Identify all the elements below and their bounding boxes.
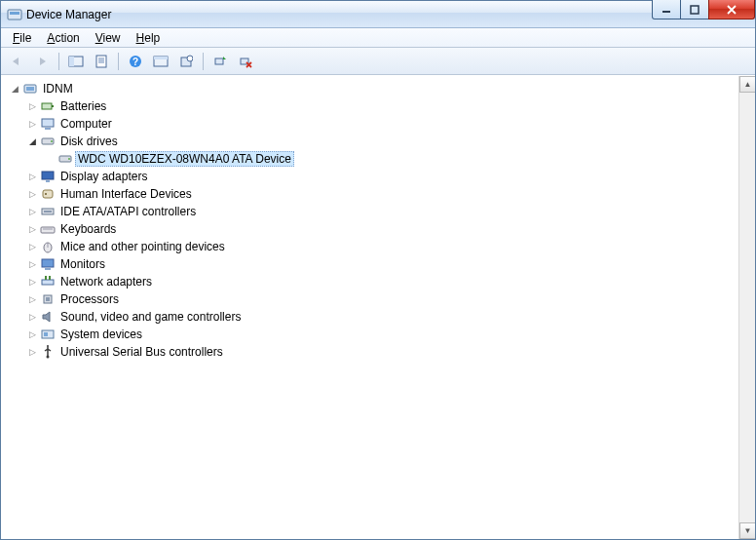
tree-category-label: Network adapters	[57, 274, 155, 289]
expand-icon[interactable]: ▷	[26, 188, 38, 200]
properties-button[interactable]	[90, 51, 113, 72]
tree-category-label: Sound, video and game controllers	[57, 309, 244, 325]
svg-rect-44	[46, 297, 50, 301]
svg-rect-29	[46, 180, 50, 182]
close-button[interactable]	[708, 0, 755, 19]
tree-category-node[interactable]: ▷Computer	[26, 115, 738, 133]
tree-root-node[interactable]: ◢IDNM	[9, 80, 738, 97]
menu-help[interactable]: Help	[131, 30, 167, 46]
disable-button[interactable]	[234, 51, 257, 72]
expand-icon[interactable]: ◢	[26, 135, 38, 147]
show-hide-tree-button[interactable]	[64, 51, 88, 72]
expand-icon[interactable]: ▷	[26, 258, 38, 270]
tree-category-node[interactable]: ▷Mice and other pointing devices	[26, 238, 738, 255]
minimize-button[interactable]	[652, 0, 681, 19]
tree-category-label: Display adapters	[57, 169, 150, 184]
expand-icon[interactable]: ▷	[26, 311, 38, 323]
uninstall-button[interactable]	[174, 51, 198, 72]
svg-rect-46	[44, 332, 48, 336]
svg-rect-28	[42, 172, 54, 179]
svg-rect-22	[42, 119, 54, 127]
tree-category-node[interactable]: ▷Processors	[26, 290, 738, 308]
app-icon	[7, 7, 22, 22]
window-controls	[653, 0, 755, 19]
expand-icon[interactable]: ▷	[26, 223, 38, 235]
tree-device-node[interactable]: ▷WDC WD10EZEX-08WN4A0 ATA Device	[44, 150, 738, 168]
nav-forward-button[interactable]	[30, 51, 54, 72]
svg-point-27	[68, 158, 70, 160]
menubar: File Action View Help	[1, 28, 755, 48]
content-area: ◢IDNM▷Batteries▷Computer◢Disk drives▷WDC…	[1, 75, 755, 539]
expand-icon[interactable]: ▷	[26, 118, 38, 130]
tree-category-node[interactable]: ▷IDE ATA/ATAPI controllers	[26, 203, 738, 220]
tree-device-label: WDC WD10EZEX-08WN4A0 ATA Device	[75, 151, 294, 167]
expand-icon[interactable]: ▷	[26, 100, 38, 112]
tree-category-label: Computer	[57, 116, 115, 132]
expand-icon[interactable]: ▷	[26, 241, 38, 252]
tree-category-label: System devices	[57, 327, 145, 342]
window-title: Device Manager	[26, 8, 111, 21]
tree-category-node[interactable]: ▷Human Interface Devices	[26, 185, 738, 203]
expand-icon[interactable]: ▷	[26, 293, 38, 305]
tree-category-node[interactable]: ◢Disk drives	[26, 133, 738, 150]
tree-category-node[interactable]: ▷System devices	[26, 326, 738, 343]
svg-rect-16	[215, 58, 223, 64]
help-button[interactable]: ?	[124, 51, 147, 72]
svg-point-25	[51, 140, 53, 142]
tree-category-node[interactable]: ▷Network adapters	[26, 273, 738, 290]
update-driver-button[interactable]	[149, 51, 172, 72]
tree-category-label: Processors	[57, 291, 122, 307]
computer-icon	[40, 116, 56, 132]
tree-category-node[interactable]: ▷Monitors	[26, 255, 738, 273]
expand-icon[interactable]: ▷	[26, 206, 38, 217]
svg-rect-23	[45, 128, 51, 130]
tree-category-label: Batteries	[57, 98, 109, 114]
svg-rect-20	[42, 103, 52, 109]
menu-action[interactable]: Action	[41, 30, 85, 46]
expand-icon[interactable]: ▷	[26, 346, 38, 358]
svg-rect-41	[45, 276, 47, 280]
tree-category-label: IDE ATA/ATAPI controllers	[57, 204, 199, 219]
menu-view[interactable]: View	[90, 30, 127, 46]
maximize-button[interactable]	[680, 0, 709, 19]
expand-icon[interactable]: ▷	[26, 328, 38, 340]
scan-hardware-button[interactable]	[208, 51, 232, 72]
usb-icon	[40, 344, 56, 360]
tree-category-label: Human Interface Devices	[57, 186, 195, 202]
computer-root-icon	[22, 81, 38, 96]
tree-category-node[interactable]: ▷Batteries	[26, 97, 738, 115]
svg-rect-42	[49, 276, 51, 280]
svg-point-31	[45, 193, 47, 195]
svg-rect-40	[42, 280, 54, 285]
nav-back-button[interactable]	[5, 51, 28, 72]
svg-rect-30	[43, 190, 53, 198]
cpu-icon	[40, 291, 56, 307]
tree-category-node[interactable]: ▷Sound, video and game controllers	[26, 308, 738, 326]
svg-rect-38	[42, 259, 54, 267]
menu-file[interactable]: File	[7, 30, 37, 46]
tree-category-node[interactable]: ▷Display adapters	[26, 168, 738, 185]
collapse-icon[interactable]: ◢	[9, 83, 20, 95]
device-tree[interactable]: ◢IDNM▷Batteries▷Computer◢Disk drives▷WDC…	[1, 76, 738, 539]
tree-category-node[interactable]: ▷Keyboards	[26, 220, 738, 238]
tree-category-label: Mice and other pointing devices	[57, 239, 228, 254]
network-icon	[40, 274, 56, 289]
svg-point-15	[187, 56, 193, 61]
expand-icon[interactable]: ▷	[26, 171, 38, 182]
toolbar-separator	[203, 53, 204, 70]
tree-category-label: Monitors	[57, 256, 108, 272]
toolbar-separator	[118, 53, 119, 70]
tree-root-label: IDNM	[40, 81, 76, 96]
svg-rect-6	[96, 56, 106, 67]
sound-icon	[40, 309, 56, 325]
titlebar[interactable]: Device Manager	[1, 1, 755, 28]
toolbar: ?	[1, 48, 755, 75]
svg-rect-33	[44, 211, 52, 212]
svg-text:?: ?	[132, 57, 138, 67]
scroll-up-button[interactable]: ▲	[739, 76, 755, 93]
monitor-icon	[40, 256, 56, 272]
scroll-down-button[interactable]: ▼	[739, 522, 755, 539]
vertical-scrollbar[interactable]: ▲ ▼	[738, 76, 755, 539]
tree-category-node[interactable]: ▷Universal Serial Bus controllers	[26, 343, 738, 361]
expand-icon[interactable]: ▷	[26, 276, 38, 288]
